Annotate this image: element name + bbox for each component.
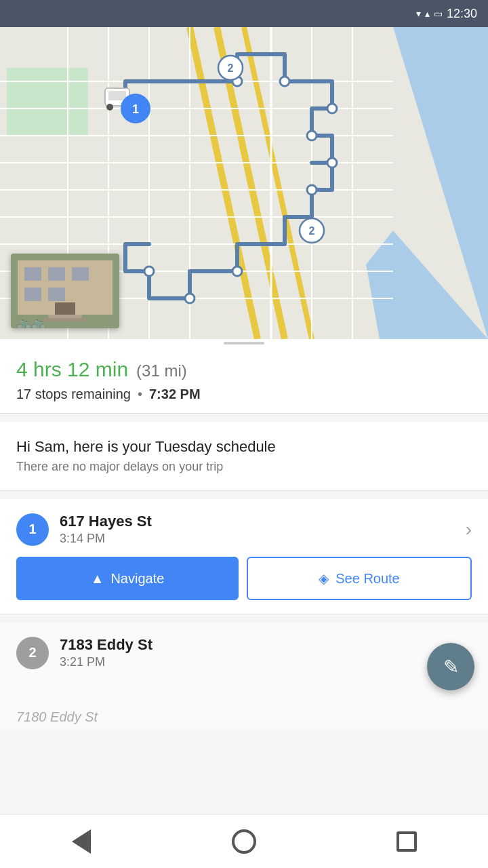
svg-rect-49: [48, 315, 82, 318]
svg-rect-43: [24, 267, 41, 281]
svg-point-28: [232, 267, 242, 276]
back-icon: [72, 829, 91, 854]
svg-rect-47: [48, 288, 65, 301]
svg-text:🚲🚲: 🚲🚲: [16, 315, 47, 328]
stops-row: 17 stops remaining • 7:32 PM: [16, 387, 472, 402]
stop-1-info: 617 Hayes St 3:14 PM: [60, 513, 466, 546]
svg-rect-36: [108, 91, 126, 100]
back-button[interactable]: [61, 821, 102, 862]
partial-address: 7180 Eddy St: [0, 704, 488, 730]
stop-2-address: 7183 Eddy St: [60, 636, 472, 654]
stop-1-header: 1 617 Hayes St 3:14 PM ›: [16, 513, 472, 546]
drag-handle[interactable]: [0, 339, 488, 347]
status-bar: ▾ ▴ ▭ 12:30: [0, 0, 488, 27]
stop-2-time: 3:21 PM: [60, 655, 472, 669]
stop-1-address: 617 Hayes St: [60, 513, 466, 530]
svg-text:2: 2: [228, 62, 234, 74]
stop-item-1: 1 617 Hayes St 3:14 PM › ▲ Navigate ◈ Se…: [0, 499, 488, 614]
map-area[interactable]: 2 2 1: [0, 27, 488, 339]
home-icon: [232, 829, 256, 854]
greeting-section: Hi Sam, here is your Tuesday schedule Th…: [0, 422, 488, 491]
recents-icon: [396, 831, 417, 852]
home-button[interactable]: [224, 821, 264, 862]
svg-point-25: [307, 131, 317, 140]
stop-2-number: 2: [16, 637, 49, 669]
duration-row: 4 hrs 12 min (31 mi): [16, 358, 472, 381]
svg-text:2: 2: [309, 225, 315, 237]
svg-point-23: [280, 77, 289, 86]
greeting-subtitle: There are no major delays on your trip: [16, 460, 472, 474]
street-photo-thumbnail[interactable]: 🚲🚲: [11, 254, 119, 328]
see-route-button[interactable]: ◈ See Route: [247, 557, 472, 600]
distance-text: (31 mi): [136, 361, 187, 380]
svg-text:1: 1: [132, 102, 139, 116]
svg-point-24: [327, 104, 337, 113]
stop-1-actions: ▲ Navigate ◈ See Route: [16, 557, 472, 600]
svg-rect-48: [55, 302, 75, 315]
wifi-icon: ▾: [416, 8, 421, 19]
navigate-icon: ▲: [91, 571, 104, 587]
greeting-title: Hi Sam, here is your Tuesday schedule: [16, 438, 472, 456]
stop-1-time: 3:14 PM: [60, 532, 466, 546]
svg-rect-46: [24, 288, 41, 301]
duration-text: 4 hrs 12 min: [16, 358, 128, 381]
status-icons: ▾ ▴ ▭ 12:30: [416, 7, 477, 21]
svg-rect-2: [7, 68, 88, 136]
svg-rect-44: [48, 267, 65, 281]
stops-remaining: 17 stops remaining: [16, 387, 131, 402]
svg-point-26: [327, 158, 337, 167]
stop-1-number: 1: [16, 513, 49, 546]
edit-icon: ✎: [443, 656, 459, 678]
info-panel: 4 hrs 12 min (31 mi) 17 stops remaining …: [0, 347, 488, 414]
bullet-dot: •: [138, 387, 142, 402]
svg-rect-50: [45, 318, 85, 321]
svg-point-29: [185, 294, 195, 303]
stop-1-chevron[interactable]: ›: [466, 519, 472, 540]
battery-icon: ▭: [434, 8, 443, 19]
stop-2-header: 2 7183 Eddy St 3:21 PM: [16, 636, 472, 669]
svg-rect-45: [72, 267, 89, 281]
diamond-icon: ◈: [319, 570, 329, 587]
svg-point-37: [106, 104, 113, 111]
arrival-time: 7:32 PM: [149, 387, 201, 402]
navigate-button[interactable]: ▲ Navigate: [16, 557, 239, 600]
stop-item-2: 2 7183 Eddy St 3:21 PM ✎: [0, 623, 488, 704]
status-time: 12:30: [447, 7, 477, 21]
stop-2-info: 7183 Eddy St 3:21 PM: [60, 636, 472, 669]
bottom-nav: [0, 814, 488, 868]
navigate-label: Navigate: [110, 571, 164, 587]
edit-fab[interactable]: ✎: [427, 643, 474, 690]
see-route-label: See Route: [336, 571, 400, 587]
svg-point-30: [144, 267, 154, 276]
signal-icon: ▴: [425, 8, 430, 19]
svg-point-27: [307, 185, 317, 195]
drag-handle-bar: [224, 342, 264, 344]
recents-button[interactable]: [386, 821, 427, 862]
